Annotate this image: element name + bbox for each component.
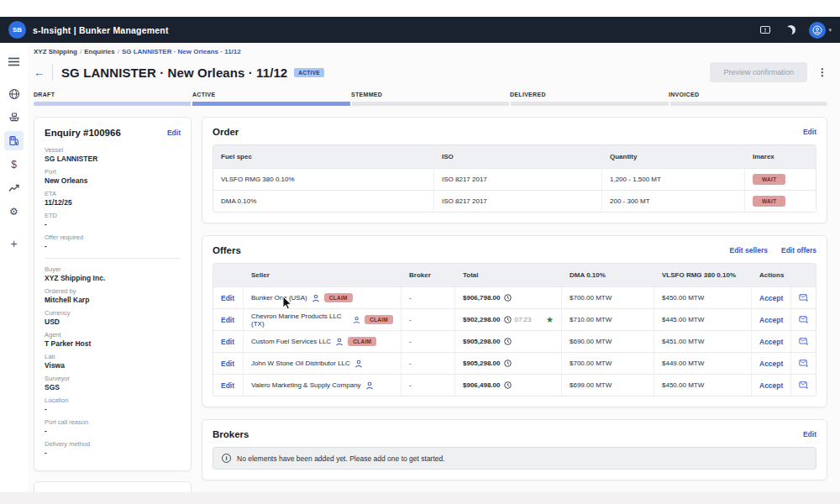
breadcrumb-item[interactable]: XYZ Shipping (34, 48, 77, 55)
claim-badge[interactable]: CLAIM (365, 315, 393, 324)
offer-edit-link[interactable]: Edit (213, 287, 243, 308)
claim-badge[interactable]: CLAIM (324, 293, 353, 302)
add-icon[interactable]: + (4, 234, 24, 253)
offers-col-total: Total (454, 264, 561, 286)
brokers-empty-state: i No elements have been added yet. Pleas… (213, 447, 816, 470)
title-divider (52, 64, 53, 81)
contact-person-icon[interactable] (353, 316, 360, 324)
offer-total: $906,798.00 (463, 294, 501, 302)
dark-mode-icon[interactable] (784, 24, 797, 37)
send-offer-email-icon[interactable] (790, 309, 816, 330)
field-delivery-method: Delivery method- (45, 440, 181, 458)
seller-name: John W Stone Oil Distributor LLC (251, 360, 350, 367)
contact-person-icon[interactable] (354, 360, 363, 368)
offers-col-dma: DMA 0.10% (561, 264, 654, 286)
seller-name: Custom Fuel Services LLC (251, 338, 331, 345)
accept-link[interactable]: Accept (751, 331, 790, 352)
edit-offers-link[interactable]: Edit offers (781, 246, 816, 255)
brokers-empty-message: No elements have been added yet. Please … (237, 454, 445, 463)
edit-sellers-link[interactable]: Edit sellers (730, 246, 768, 255)
step-stemmed: STEMMED (351, 92, 510, 97)
field-eta: ETA11/12/25 (45, 190, 181, 207)
field-vessel: VesselSG LANNISTER (45, 146, 181, 164)
order-section: Order Edit Fuel spec ISO Quantity Imarex… (202, 117, 827, 223)
send-offer-email-icon[interactable] (790, 331, 816, 352)
brokers-title: Brokers (213, 429, 249, 439)
best-offer-star-icon: ★ (546, 315, 554, 324)
offer-edit-link[interactable]: Edit (213, 309, 243, 330)
accept-link[interactable]: Accept (751, 375, 790, 396)
accept-link[interactable]: Accept (751, 309, 790, 330)
offers-col-actions: Actions (751, 264, 790, 286)
offer-edit-link[interactable]: Edit (213, 375, 243, 396)
field-offer-required: Offer required- (45, 234, 181, 251)
offer-validity-timer: 07:23 (515, 316, 532, 323)
settings-gear-icon[interactable]: ⚙ (4, 202, 24, 221)
contact-person-icon[interactable] (365, 381, 374, 390)
offer-total: $905,298.00 (463, 338, 501, 345)
field-ordered-by: Ordered byMitchell Karp (45, 287, 181, 305)
kebab-menu-icon[interactable]: ⋮ (817, 66, 827, 78)
globe-icon[interactable] (4, 84, 24, 103)
validity-clock-icon (504, 316, 512, 323)
status-badge: ACTIVE (294, 68, 324, 77)
market-trends-icon[interactable] (4, 178, 24, 197)
offer-edit-link[interactable]: Edit (213, 331, 243, 352)
contact-person-icon[interactable] (335, 338, 344, 346)
page-title: SG LANNISTER · New Orleans · 11/12 (61, 66, 287, 80)
imarex-wait-badge[interactable]: WAIT (753, 196, 785, 207)
send-offer-email-icon[interactable] (790, 287, 816, 308)
validity-clock-icon (504, 360, 512, 367)
back-button[interactable]: ← (34, 66, 45, 79)
validity-clock-icon (504, 381, 512, 389)
offers-section: Offers Edit sellers Edit offers Seller B… (202, 235, 827, 407)
order-col-fuel-spec: Fuel spec (213, 145, 433, 168)
offer-total: $902,298.00 (463, 316, 501, 323)
vessel-icon[interactable] (4, 108, 24, 127)
field-buyer: BuyerXYZ Shipping Inc. (45, 265, 181, 283)
imarex-wait-badge[interactable]: WAIT (753, 174, 785, 185)
order-edit-link[interactable]: Edit (803, 128, 816, 136)
app-title: s-Insight | Bunker Management (33, 25, 169, 35)
order-col-iso: ISO (433, 145, 601, 168)
brokers-edit-link[interactable]: Edit (803, 430, 816, 438)
field-port: PortNew Orleans (45, 168, 181, 186)
app-logo-initials: SB (13, 26, 22, 34)
send-offer-email-icon[interactable] (790, 375, 816, 396)
field-currency: CurrencyUSD (45, 309, 181, 327)
offers-title: Offers (213, 245, 241, 255)
letterbox-strip (0, 492, 840, 504)
step-draft: DRAFT (34, 92, 192, 97)
offer-edit-link[interactable]: Edit (213, 353, 243, 374)
app-shell: $ ⚙ + XYZ Shipping/Enquiries/SG LANNISTE… (0, 43, 840, 504)
offers-col-broker: Broker (401, 264, 454, 286)
offer-row: Edit John W Stone Oil Distributor LLC - … (213, 352, 816, 374)
feedback-icon[interactable] (759, 24, 772, 37)
accept-link[interactable]: Accept (751, 353, 790, 374)
claim-badge[interactable]: CLAIM (348, 337, 376, 346)
enquiry-title: Enquiry #100966 (45, 128, 121, 138)
offers-col-seller: Seller (243, 264, 401, 286)
divider (45, 258, 181, 259)
user-menu[interactable]: ▾ (809, 22, 832, 39)
order-col-imarex: Imarex (744, 145, 816, 168)
bunker-fuel-icon[interactable] (4, 131, 24, 150)
finance-icon[interactable]: $ (4, 155, 24, 174)
mouse-cursor (282, 296, 292, 314)
accept-link[interactable]: Accept (751, 287, 790, 308)
breadcrumb: XYZ Shipping/Enquiries/SG LANNISTER · Ne… (34, 48, 827, 55)
app-logo[interactable]: SB (8, 21, 26, 39)
contact-person-icon[interactable] (312, 294, 320, 302)
enquiry-edit-link[interactable]: Edit (167, 129, 181, 137)
chevron-down-icon: ▾ (828, 27, 832, 34)
field-location: Location- (45, 396, 181, 414)
validity-clock-icon (504, 294, 512, 302)
seller-name: Bunker One (USA) (251, 294, 307, 302)
offer-total: $905,298.00 (463, 360, 501, 367)
breadcrumb-item[interactable]: Enquiries (84, 48, 114, 55)
menu-icon[interactable] (4, 52, 24, 71)
preview-confirmation-button[interactable]: Preview confirmation (710, 62, 807, 82)
send-offer-email-icon[interactable] (790, 353, 816, 374)
top-navbar: SB s-Insight | Bunker Management ▾ (0, 17, 840, 43)
order-table: Fuel spec ISO Quantity Imarex VLSFO RMG … (213, 144, 816, 213)
